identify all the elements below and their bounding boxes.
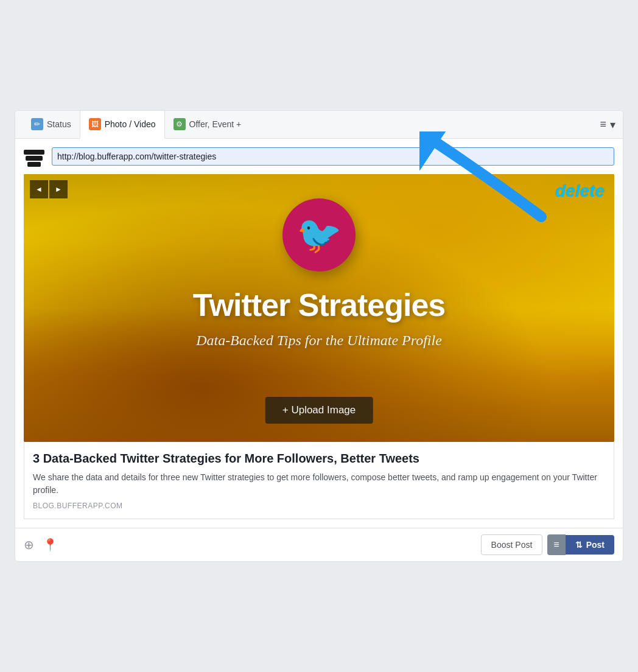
tab-status[interactable]: ✏ Status — [23, 111, 80, 139]
post-button-label: Post — [586, 540, 605, 550]
targeting-icon[interactable]: ⊕ — [24, 537, 34, 552]
image-title: Twitter Strategies — [24, 287, 614, 323]
photo-icon: 🖼 — [89, 118, 101, 130]
post-btn-wrapper: ≡ ⇅ Post — [547, 534, 614, 555]
buffer-logo — [24, 150, 44, 167]
twitter-circle: 🐦 — [282, 198, 356, 271]
image-next-btn[interactable]: ► — [49, 180, 68, 198]
tab-status-label: Status — [47, 119, 71, 129]
logo-layer-2 — [26, 156, 43, 161]
tab-bar: ✏ Status 🖼 Photo / Video ⚙ Offer, Event … — [15, 111, 623, 139]
image-nav-arrows: ◄ ► — [30, 180, 68, 198]
dropdown-arrow-icon: ▾ — [610, 118, 615, 131]
composer-body: ◄ ► delete 🐦 Twitter Strategies Data-Bac… — [15, 139, 623, 528]
location-icon[interactable]: 📍 — [43, 537, 58, 552]
tab-offer[interactable]: ⚙ Offer, Event + — [165, 111, 250, 139]
upload-image-button[interactable]: + Upload Image — [265, 397, 373, 424]
logo-layer-3 — [27, 162, 41, 167]
tab-photo[interactable]: 🖼 Photo / Video — [80, 111, 165, 139]
toolbar-right: Boost Post ≡ ⇅ Post — [481, 534, 614, 555]
link-preview-domain: BLOG.BUFFERAPP.COM — [33, 502, 605, 510]
boost-post-button[interactable]: Boost Post — [481, 534, 543, 555]
post-button[interactable]: ⇅ Post — [566, 535, 614, 555]
link-preview-title: 3 Data-Backed Twitter Strategies for Mor… — [33, 450, 605, 466]
post-arrows-icon: ⇅ — [575, 540, 583, 550]
logo-layer-1 — [24, 150, 44, 155]
image-subtitle: Data-Backed Tips for the Ultimate Profil… — [24, 332, 614, 349]
tab-photo-label: Photo / Video — [105, 119, 156, 129]
delete-label[interactable]: delete — [555, 181, 605, 201]
url-row — [24, 147, 614, 167]
url-input[interactable] — [52, 147, 614, 166]
bottom-toolbar: ⊕ 📍 Boost Post ≡ ⇅ Post — [15, 528, 623, 561]
offer-icon: ⚙ — [174, 118, 186, 130]
status-icon: ✏ — [31, 118, 43, 130]
buffer-layers-menu[interactable]: ≡ ▾ — [600, 118, 615, 131]
layers-icon: ≡ — [600, 118, 606, 131]
image-preview: ◄ ► delete 🐦 Twitter Strategies Data-Bac… — [24, 174, 614, 442]
link-preview-card: 3 Data-Backed Twitter Strategies for Mor… — [24, 442, 614, 519]
tab-offer-label: Offer, Event + — [189, 119, 242, 129]
buffer-schedule-icon-btn[interactable]: ≡ — [547, 534, 565, 555]
twitter-bird-icon: 🐦 — [296, 217, 342, 253]
link-preview-description: We share the data and details for three … — [33, 471, 605, 497]
image-prev-btn[interactable]: ◄ — [30, 180, 48, 198]
composer-card: ✏ Status 🖼 Photo / Video ⚙ Offer, Event … — [15, 110, 623, 562]
